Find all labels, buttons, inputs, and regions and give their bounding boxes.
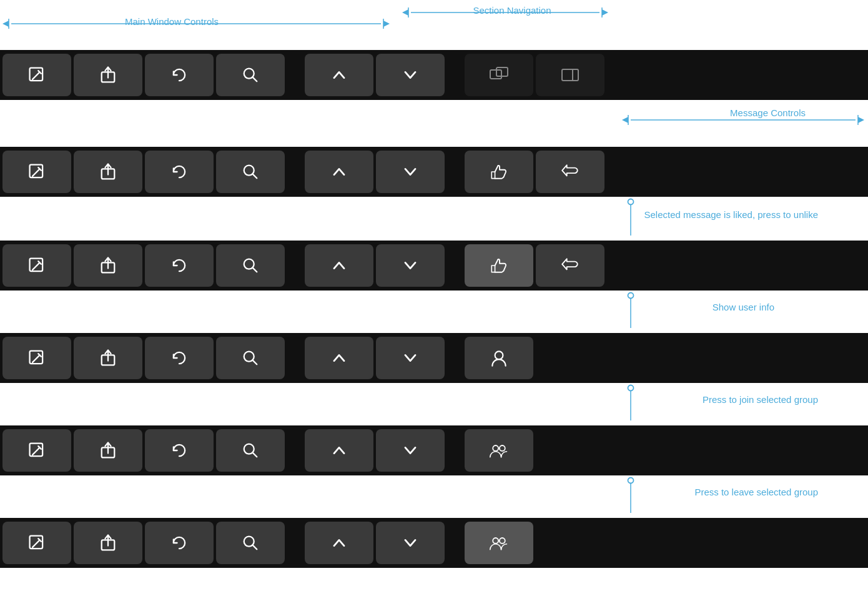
svg-rect-37 [30, 259, 43, 272]
svg-rect-10 [30, 68, 43, 81]
share-button[interactable] [74, 54, 142, 96]
share-button-5[interactable] [74, 429, 142, 472]
like-button-2[interactable] [465, 151, 533, 193]
nav-down-button-4[interactable] [376, 337, 445, 379]
svg-marker-1 [2, 21, 9, 27]
svg-marker-23 [622, 117, 628, 123]
compose-button[interactable] [2, 54, 71, 96]
svg-point-69 [628, 478, 634, 484]
chevron-up-icon-4 [329, 348, 349, 368]
nav-up-button-3[interactable] [305, 244, 373, 287]
compose-icon-4 [27, 348, 47, 368]
compose-icon-3 [27, 256, 47, 276]
svg-line-17 [252, 77, 257, 81]
share-button-3[interactable] [74, 244, 142, 287]
svg-rect-70 [30, 536, 43, 549]
refresh-button-2[interactable] [145, 151, 214, 193]
compose-icon-2 [27, 162, 47, 182]
nav-down-button-3[interactable] [376, 244, 445, 287]
like-icon-2 [489, 162, 509, 182]
search-icon-4 [240, 348, 260, 368]
chevron-down-icon-5 [400, 440, 420, 460]
share-button-6[interactable] [74, 522, 142, 564]
liked-message-label: Selected message is liked, press to unli… [644, 209, 818, 220]
leave-group-label: Press to leave selected group [694, 487, 818, 497]
search-button-2[interactable] [216, 151, 285, 193]
search-button-4[interactable] [216, 337, 285, 379]
like-icon-3 [489, 256, 509, 276]
svg-point-67 [500, 445, 505, 451]
multiwindow-button[interactable] [465, 54, 533, 96]
sidebar-button[interactable] [536, 54, 604, 96]
refresh-icon-5 [169, 440, 189, 460]
nav-up-button-5[interactable] [305, 429, 373, 472]
svg-line-65 [252, 452, 257, 457]
search-button-3[interactable] [216, 244, 285, 287]
user-icon [489, 348, 509, 368]
refresh-button-3[interactable] [145, 244, 214, 287]
like-button-3-active[interactable] [465, 244, 533, 287]
refresh-button[interactable] [145, 54, 214, 96]
liked-annotation-area: Selected message is liked, press to unli… [0, 197, 868, 241]
multiwindow-icon [489, 65, 509, 85]
search-icon-5 [240, 440, 260, 460]
user-info-annotation-area: Show user info [0, 291, 868, 333]
nav-down-button-6[interactable] [376, 522, 445, 564]
reply-button-2[interactable] [536, 151, 604, 193]
compose-button-5[interactable] [2, 429, 71, 472]
refresh-button-6[interactable] [145, 522, 214, 564]
refresh-icon-2 [169, 162, 189, 182]
toolbar-row-6 [0, 518, 868, 568]
user-info-button[interactable] [465, 337, 533, 379]
refresh-button-5[interactable] [145, 429, 214, 472]
join-group-label: Press to join selected group [703, 394, 818, 405]
search-button-5[interactable] [216, 429, 285, 472]
chevron-down-icon-3 [400, 256, 420, 276]
nav-up-button-2[interactable] [305, 151, 373, 193]
leave-group-annotation-area: Press to leave selected group [0, 475, 868, 518]
chevron-up-icon-3 [329, 256, 349, 276]
join-group-button[interactable] [465, 429, 533, 472]
search-icon-6 [240, 533, 260, 553]
top-annotation-area: Main Window Controls Section Navigation [0, 0, 868, 50]
nav-up-button-4[interactable] [305, 337, 373, 379]
join-group-annotation-area: Press to join selected group [0, 383, 868, 425]
search-button-6[interactable] [216, 522, 285, 564]
refresh-button-4[interactable] [145, 337, 214, 379]
share-icon-5 [98, 440, 118, 460]
compose-icon [27, 65, 47, 85]
svg-line-28 [32, 172, 37, 176]
search-button-1[interactable] [216, 54, 285, 96]
svg-line-34 [252, 174, 257, 178]
svg-rect-20 [562, 69, 578, 81]
compose-button-2[interactable] [2, 151, 71, 193]
reply-button-3[interactable] [536, 244, 604, 287]
svg-marker-6 [402, 9, 408, 16]
share-button-4[interactable] [74, 337, 142, 379]
compose-button-6[interactable] [2, 522, 71, 564]
nav-down-button-5[interactable] [376, 429, 445, 472]
svg-point-57 [628, 385, 634, 391]
leave-group-button[interactable] [465, 522, 533, 564]
user-info-label: Show user info [713, 302, 774, 312]
svg-rect-27 [30, 165, 43, 178]
nav-down-button-1[interactable] [376, 54, 445, 96]
message-controls-annotation: Message Controls [0, 100, 868, 147]
toolbar-row-4 [0, 333, 868, 383]
share-button-2[interactable] [74, 151, 142, 193]
search-icon-3 [240, 256, 260, 276]
compose-button-3[interactable] [2, 244, 71, 287]
svg-rect-47 [30, 351, 43, 364]
compose-button-4[interactable] [2, 337, 71, 379]
chevron-down-icon-4 [400, 348, 420, 368]
share-icon-4 [98, 348, 118, 368]
svg-point-46 [628, 293, 634, 299]
nav-up-button-6[interactable] [305, 522, 373, 564]
nav-down-button-2[interactable] [376, 151, 445, 193]
toolbar-row-2 [0, 147, 868, 197]
reply-icon-2 [560, 162, 580, 182]
main-window-controls-label: Main Window Controls [125, 16, 219, 27]
chevron-up-icon-1 [329, 65, 349, 85]
nav-up-button-1[interactable] [305, 54, 373, 96]
svg-line-59 [32, 450, 37, 455]
